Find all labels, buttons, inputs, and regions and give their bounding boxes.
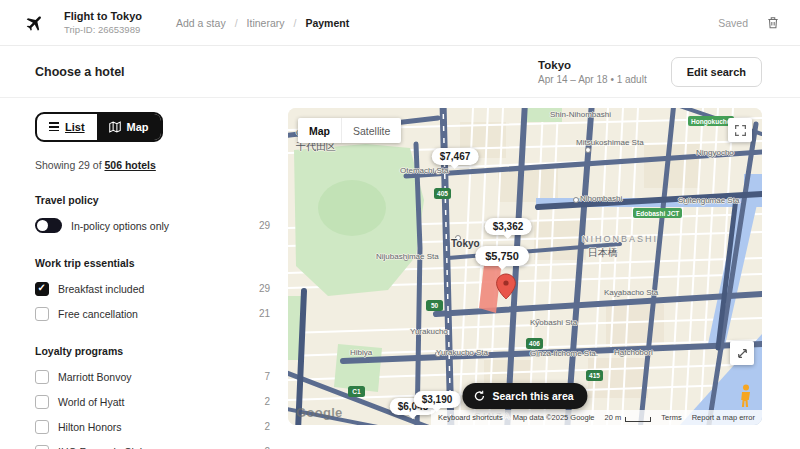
route-shield-405: 405 (434, 188, 451, 199)
trash-icon[interactable] (766, 15, 780, 30)
view-toggle: List Map (35, 112, 163, 142)
header-right: Saved (718, 15, 780, 30)
search-this-area-button[interactable]: Search this area (462, 383, 587, 409)
expand-view-button[interactable] (730, 341, 754, 365)
ihg-checkbox[interactable] (35, 445, 49, 449)
price-pin-selected[interactable]: $5,750 (475, 246, 529, 266)
work-trip-title: Work trip essentials (35, 257, 270, 269)
breadcrumb-separator: / (294, 17, 297, 29)
keyboard-shortcuts-link[interactable]: Keyboard shortcuts (438, 413, 503, 422)
edit-search-button[interactable]: Edit search (671, 57, 762, 87)
hotel-map[interactable]: Chiyoda City 千代田区 Shin-Nihombashi Mitsuk… (288, 108, 762, 425)
terms-link[interactable]: Terms (661, 413, 681, 422)
travel-policy-title: Travel policy (35, 194, 270, 206)
filter-row-free-cancellation: Free cancellation 21 (35, 306, 270, 322)
trip-id: Trip-ID: 26653989 (64, 24, 142, 35)
filter-row-hilton: Hilton Honors 2 (35, 419, 270, 435)
badge-hongokucho: Hongokucho (688, 116, 734, 126)
in-policy-label: In-policy options only (71, 220, 169, 232)
map-data-credit: Map data ©2025 Google (513, 413, 595, 422)
results-summary: Showing 29 of 506 hotels (35, 159, 270, 171)
refresh-icon (473, 390, 485, 402)
free-cancellation-label: Free cancellation (58, 308, 138, 320)
breadcrumb-itinerary[interactable]: Itinerary (247, 17, 285, 29)
map-attribution: Keyboard shortcuts Map data ©2025 Google… (431, 410, 762, 425)
map-view-button[interactable]: Map (97, 114, 161, 140)
filter-row-hyatt: World of Hyatt 2 (35, 394, 270, 410)
map-scale-label: 20 m (605, 413, 622, 422)
hyatt-count: 2 (264, 396, 270, 407)
list-icon (49, 122, 59, 131)
toggle-knob (37, 220, 48, 231)
hyatt-checkbox[interactable] (35, 395, 49, 409)
route-shield-415: 415 (586, 370, 603, 381)
breadcrumb-payment[interactable]: Payment (305, 17, 349, 29)
list-view-label: List (65, 121, 85, 133)
marriott-checkbox[interactable] (35, 370, 49, 384)
destination-summary: Tokyo Apr 14 – Apr 18 • 1 adult (538, 59, 647, 85)
map-tiles (288, 108, 762, 425)
pegman-icon[interactable] (739, 384, 753, 412)
free-cancellation-checkbox[interactable] (35, 307, 49, 321)
top-header: Flight to Tokyo Trip-ID: 26653989 Add a … (0, 0, 800, 46)
date-guest-summary: Apr 14 – Apr 18 • 1 adult (538, 74, 647, 85)
map-type-map-button[interactable]: Map (298, 118, 341, 143)
subheader: Choose a hotel Tokyo Apr 14 – Apr 18 • 1… (0, 46, 800, 98)
marriott-count: 7 (264, 371, 270, 382)
map-type-satellite-button[interactable]: Satellite (341, 118, 401, 143)
hyatt-label: World of Hyatt (58, 396, 124, 408)
route-shield-c1: C1 (348, 386, 365, 397)
badge-edobashi-jct: Edobashi JCT (633, 208, 682, 218)
marriott-label: Marriott Bonvoy (58, 371, 132, 383)
hilton-count: 2 (264, 421, 270, 432)
route-shield-406: 406 (526, 338, 543, 349)
destination: Tokyo (538, 59, 647, 71)
in-policy-count: 29 (259, 220, 270, 231)
trip-title: Flight to Tokyo (64, 10, 142, 22)
map-scale-bar (625, 417, 651, 422)
hilton-label: Hilton Honors (58, 421, 122, 433)
trip-info: Flight to Tokyo Trip-ID: 26653989 (64, 10, 142, 35)
report-map-error-link[interactable]: Report a map error (692, 413, 755, 422)
hilton-checkbox[interactable] (35, 420, 49, 434)
price-pin[interactable]: $3,362 (485, 218, 532, 235)
page-title: Choose a hotel (35, 65, 125, 79)
google-logo: Google (296, 405, 343, 420)
map-scale: 20 m (605, 413, 652, 422)
saved-status: Saved (718, 17, 748, 29)
price-pin[interactable]: $7,467 (432, 148, 479, 165)
filter-row-marriott: Marriott Bonvoy 7 (35, 369, 270, 385)
breadcrumb: Add a stay / Itinerary / Payment (176, 17, 349, 29)
breadcrumb-add-a-stay[interactable]: Add a stay (176, 17, 226, 29)
filter-row-breakfast: Breakfast included 29 (35, 281, 270, 297)
in-policy-toggle[interactable] (35, 218, 62, 233)
breakfast-count: 29 (259, 283, 270, 294)
filter-row-ihg: IHG Rewards Club 2 (35, 444, 270, 449)
search-this-area-label: Search this area (492, 390, 573, 402)
list-view-button[interactable]: List (37, 114, 97, 140)
results-total-link[interactable]: 506 hotels (104, 159, 155, 171)
fullscreen-button[interactable] (728, 118, 752, 142)
price-pin[interactable]: $3,190 (414, 391, 461, 408)
breadcrumb-separator: / (235, 17, 238, 29)
search-summary: Tokyo Apr 14 – Apr 18 • 1 adult Edit sea… (538, 57, 762, 87)
in-policy-toggle-row: In-policy options only 29 (35, 218, 270, 234)
map-view-label: Map (127, 121, 149, 133)
route-shield-50: 50 (426, 300, 443, 311)
airplane-logo-icon[interactable] (20, 8, 50, 38)
loyalty-title: Loyalty programs (35, 345, 270, 357)
map-icon (109, 121, 121, 133)
page: Flight to Tokyo Trip-ID: 26653989 Add a … (0, 0, 800, 449)
breakfast-checkbox[interactable] (35, 282, 49, 296)
breakfast-label: Breakfast included (58, 283, 144, 295)
free-cancellation-count: 21 (259, 308, 270, 319)
results-prefix: Showing 29 of (35, 159, 104, 171)
filter-sidebar: List Map Showing 29 of 506 hotels Travel… (35, 110, 270, 449)
map-type-control: Map Satellite (298, 118, 401, 143)
